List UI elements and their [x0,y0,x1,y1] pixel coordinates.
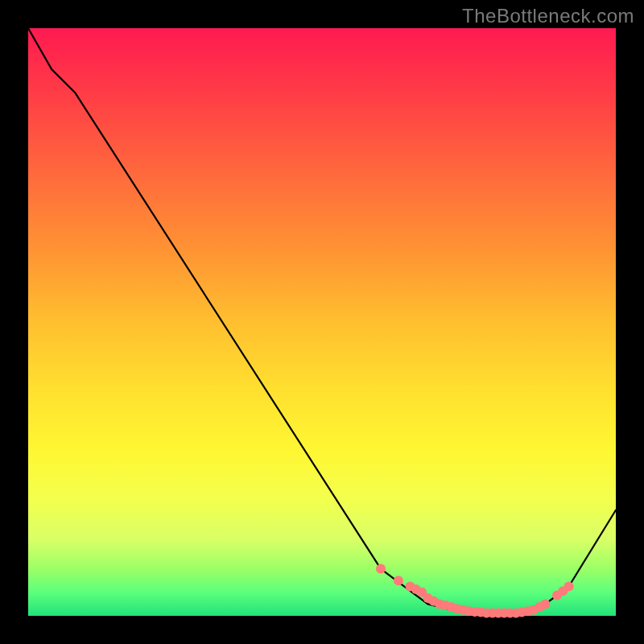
watermark-text: TheBottleneck.com [462,5,634,27]
bottleneck-curve [28,28,616,613]
threshold-dot [376,564,386,574]
chart-plot-area [28,28,616,616]
threshold-markers [376,564,574,618]
chart-frame: TheBottleneck.com [0,0,644,644]
threshold-dot [540,599,550,609]
threshold-dot [394,576,403,585]
chart-svg [28,28,616,616]
threshold-dot [564,582,574,592]
